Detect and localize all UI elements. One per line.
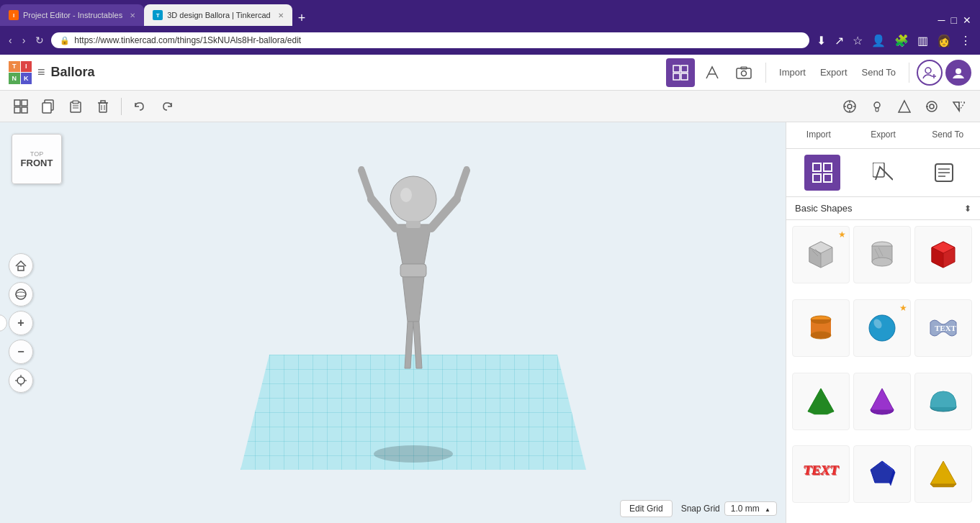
group-button[interactable] [9, 94, 33, 119]
flip-button[interactable] [947, 94, 971, 119]
hamburger-menu-button[interactable]: ≡ [37, 65, 45, 80]
fit-view-icon [14, 374, 27, 387]
shape-item-cylinder-orange[interactable] [792, 299, 850, 357]
home-view-button[interactable] [9, 253, 33, 278]
paste-icon [68, 99, 83, 114]
panel-import-button[interactable]: Import [786, 122, 851, 148]
undo-button[interactable] [127, 94, 152, 119]
align-button[interactable] [920, 94, 944, 119]
zoom-out-icon: − [17, 345, 24, 358]
svg-rect-14 [14, 107, 20, 113]
send-to-button[interactable]: Send To [856, 64, 902, 81]
shape-cone-purple-icon [863, 383, 901, 420]
fit-view-button[interactable] [9, 368, 33, 393]
new-tab-button[interactable]: + [292, 11, 312, 26]
bookmark-button[interactable]: ☆ [850, 32, 866, 49]
copy-button[interactable] [36, 94, 60, 119]
camera-view-button[interactable] [729, 58, 758, 87]
browser-chrome: I Project Editor - Instructables ✕ T 3D … [0, 0, 980, 55]
grid-view-button[interactable] [666, 58, 695, 87]
shape-item-text-red[interactable]: TEXT TEXT TEXT [792, 445, 850, 503]
zoom-out-button[interactable]: − [9, 340, 33, 364]
profile-button[interactable]: 👤 [868, 32, 889, 49]
snap-value[interactable]: 1.0 mm ▲ [724, 501, 777, 516]
reload-button[interactable]: ↻ [32, 33, 47, 47]
panel-send-to-button[interactable]: Send To [915, 122, 980, 148]
panel-notes-view-button[interactable] [926, 155, 962, 191]
profile-avatar-button[interactable]: 👩 [934, 32, 954, 49]
topbar-separator [765, 63, 766, 83]
orbit-icon [14, 288, 27, 301]
url-bar[interactable]: 🔒 https://www.tinkercad.com/things/1SkNU… [51, 32, 809, 48]
sidebar-button[interactable]: ▥ [914, 32, 931, 49]
shape-item-pyramid-green[interactable] [792, 373, 850, 430]
build-view-button[interactable] [698, 58, 727, 87]
svg-line-58 [457, 170, 467, 199]
import-button[interactable]: Import [773, 64, 812, 81]
add-user-button[interactable] [917, 60, 943, 86]
collapse-panel-button[interactable]: › [0, 314, 7, 332]
shapes-grid: ★ [786, 220, 980, 523]
shape-item-pentagon[interactable] [853, 445, 911, 503]
minimize-button[interactable]: ─ [938, 14, 945, 26]
paste-button[interactable] [63, 94, 88, 119]
orbit-button[interactable] [9, 282, 33, 306]
scene-container [212, 268, 615, 473]
tab-tinkercad[interactable]: T 3D design Ballora | Tinkercad ✕ [144, 4, 292, 26]
delete-button[interactable] [91, 94, 115, 119]
svg-rect-3 [681, 73, 688, 80]
edit-grid-button[interactable]: Edit Grid [620, 500, 673, 517]
panel-export-button[interactable]: Export [851, 122, 916, 148]
shape-button[interactable] [892, 94, 917, 119]
svg-rect-1 [681, 65, 688, 72]
svg-rect-19 [73, 101, 78, 104]
svg-point-26 [848, 104, 852, 109]
svg-rect-2 [673, 73, 680, 80]
svg-marker-101 [930, 484, 956, 487]
snap-grid-label: Snap Grid [681, 504, 720, 514]
shape-category-selector[interactable]: Basic Shapes ⬍ [786, 197, 980, 220]
tab-close-tinkercad[interactable]: ✕ [278, 12, 284, 19]
share-button[interactable]: ↗ [832, 32, 847, 49]
shape-text-red-icon: TEXT TEXT TEXT [802, 455, 840, 493]
shape-item-box-rough[interactable]: ★ [792, 226, 850, 283]
panel-shapes-view-button[interactable] [804, 155, 840, 191]
shape-box-red-icon [925, 236, 962, 273]
shape-item-text-3d-blue[interactable]: TEXT [914, 299, 972, 357]
shape-item-cone-purple[interactable] [853, 373, 911, 430]
back-button[interactable]: ‹ [6, 33, 15, 47]
user-avatar[interactable] [945, 60, 971, 86]
menu-button[interactable]: ⋮ [957, 32, 974, 49]
main-area: TOP FRONT + [0, 122, 980, 523]
light-button[interactable] [865, 94, 889, 119]
add-user-icon [922, 65, 937, 80]
view-cube[interactable]: TOP FRONT [12, 134, 62, 184]
right-panel: Import Export Send To [786, 122, 980, 523]
panel-build-view-button[interactable] [865, 155, 901, 191]
shape-item-cylinder-rough[interactable] [853, 226, 911, 283]
viewport[interactable]: TOP FRONT + [0, 122, 786, 523]
camera-snapshot-button[interactable] [837, 94, 862, 119]
download-button[interactable]: ⬇ [814, 32, 829, 49]
tab-close-instructables[interactable]: ✕ [130, 12, 135, 19]
redo-button[interactable] [155, 94, 179, 119]
tab-instructables[interactable]: I Project Editor - Instructables ✕ [0, 4, 144, 26]
close-window-button[interactable]: ✕ [963, 14, 971, 26]
export-button[interactable]: Export [814, 64, 853, 81]
svg-rect-15 [22, 107, 27, 113]
zoom-in-button[interactable]: + [9, 311, 33, 335]
shape-item-dome[interactable] [914, 373, 972, 430]
flip-icon [952, 99, 966, 114]
shape-item-box-red[interactable] [914, 226, 972, 283]
svg-point-6 [742, 71, 747, 76]
camera-icon [736, 65, 752, 81]
forward-button[interactable]: › [19, 33, 29, 47]
extensions-button[interactable]: 🧩 [891, 32, 912, 49]
tinkercad-logo[interactable]: T I N K [9, 61, 32, 84]
panel-build-icon [873, 163, 893, 183]
shape-item-pyramid-yellow[interactable] [914, 445, 972, 503]
shape-item-sphere[interactable]: ★ [853, 299, 911, 357]
svg-point-59 [464, 166, 469, 172]
shape-pyramid-yellow-icon [925, 455, 962, 493]
maximize-button[interactable]: □ [951, 14, 957, 26]
